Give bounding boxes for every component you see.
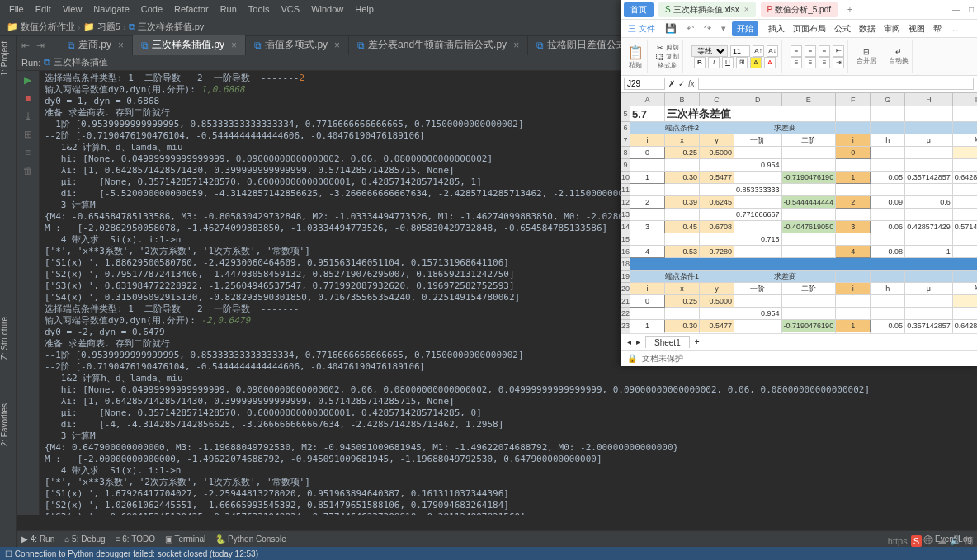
cut-icon[interactable]: ✂ [657,44,663,52]
accept-fx-icon[interactable]: ✓ [678,79,685,88]
favorites-tool[interactable]: 2: Favorites [0,398,9,451]
tray-ime-icon[interactable]: 中 [925,534,934,547]
bottom-tab[interactable]: ▶ 4: Run [21,534,54,544]
wps-menu-item[interactable]: 帮 [929,24,946,33]
merge-icon[interactable]: ⊟ [863,48,870,56]
bottom-tab[interactable]: 🐍 Python Console [215,534,286,544]
tray-icon[interactable]: 简 [965,534,974,547]
min-icon[interactable]: — [952,5,960,14]
wps-menu-item[interactable]: 插入 [764,24,789,33]
align-bc-icon[interactable]: ≡ [805,57,816,68]
border-icon[interactable]: ⊞ [736,57,748,68]
tray-icon[interactable]: S [911,535,922,547]
close-icon[interactable]: × [744,5,749,14]
wps-menu-item[interactable]: 页面布局 [789,24,830,33]
bottom-tab[interactable]: ≡ 6: TODO [116,534,155,544]
save-icon[interactable]: 💾 [661,23,681,34]
italic-icon[interactable]: I [708,57,720,68]
tray-icon[interactable]: 🔊 [950,535,961,546]
stop-icon[interactable]: ■ [25,92,31,104]
editor-tab[interactable]: ⧉三次样条插值.py× [133,35,246,55]
wps-menu-item[interactable]: … [946,24,962,33]
cell-ref-input[interactable] [624,78,665,90]
bottom-tab[interactable]: ▣ Terminal [165,534,205,544]
protect-icon[interactable]: 🔒 [627,354,637,363]
layout-icon[interactable]: ⊞ [24,129,32,140]
menu-navigate[interactable]: Navigate [87,4,135,14]
wps-menu-item[interactable]: 视图 [904,24,929,33]
indent-l-icon[interactable]: ⇤ [833,45,844,57]
bottom-tab[interactable]: ⌂ 5: Debug [64,534,105,544]
wps-menu-item[interactable]: 公式 [830,24,855,33]
tray-icon[interactable]: ☁ [937,535,946,546]
menu-help[interactable]: Help [349,4,380,14]
indent-r-icon[interactable]: ⇥ [833,57,844,68]
align-br-icon[interactable]: ≡ [819,57,830,68]
underline-icon[interactable]: U [722,57,734,68]
structure-tool[interactable]: Z: Structure [0,312,9,365]
trash-icon[interactable]: 🗑 [23,165,33,176]
wps-pdf-tab[interactable]: P 数值分析_5.pdf [761,2,838,17]
close-icon[interactable]: × [231,40,237,51]
fx-icon[interactable]: fx [688,79,695,88]
collapse-icon[interactable]: ⇤ [21,40,30,51]
font-size[interactable] [730,45,750,57]
menu-vcs[interactable]: VCS [276,4,306,14]
close-icon[interactable]: × [118,40,124,51]
wps-menu-item[interactable]: 审阅 [880,24,904,33]
menu-tools[interactable]: Tools [243,4,276,14]
align-tl-icon[interactable]: ≡ [791,45,802,57]
close-icon[interactable]: × [334,40,340,51]
sheet-nav-icon[interactable]: ▸ [636,337,640,346]
menu-file[interactable]: File [3,4,30,14]
wps-file-menu[interactable]: 三 文件 [624,23,659,35]
menu-run[interactable]: Run [215,4,243,14]
fill-icon[interactable]: A [750,57,762,68]
align-tc-icon[interactable]: ≡ [805,45,816,57]
bc-part-1[interactable]: 习题5 [97,21,120,33]
bc-part-0[interactable]: 数值分析作业 [21,21,75,33]
editor-tab[interactable]: ⧉插值多项式.py× [246,35,349,55]
bold-icon[interactable]: B [694,57,706,68]
wps-file-tab[interactable]: S 三次样插条值.xlsx× [658,2,756,17]
bc-part-2[interactable]: 三次样条插值.py [138,21,205,33]
add-tab-icon[interactable]: + [842,5,857,14]
more-icon[interactable]: ▾ [717,23,730,34]
bc-folder-icon: 📁 [7,21,18,32]
inc-font-icon[interactable]: A↑ [753,45,764,57]
close-icon[interactable]: × [513,40,519,51]
menu-window[interactable]: Window [305,4,349,14]
add-sheet-icon[interactable]: + [695,337,700,346]
font-select[interactable]: 等线 [691,45,728,57]
color-icon[interactable]: A [764,57,776,68]
editor-tab[interactable]: ⧉差分表and牛顿前插后插公式.py× [349,35,528,55]
expand-icon[interactable]: ⇥ [36,40,45,51]
redo-icon[interactable]: ↷ [700,23,715,34]
rerun-icon[interactable]: ▶ [24,74,31,86]
project-tool[interactable]: 1: Project [0,36,9,81]
formula-input[interactable] [698,78,974,90]
sheet-nav-icon[interactable]: ◂ [627,337,631,346]
wps-start-tab[interactable]: 开始 [732,21,758,36]
copy-icon[interactable]: ⿻ [656,53,663,61]
editor-tab[interactable]: ⧉差商.py× [59,35,133,55]
paste-icon[interactable]: 📋 [627,45,644,60]
wps-menu-item[interactable]: 数据 [855,24,880,33]
menu-code[interactable]: Code [135,4,168,14]
undo-icon[interactable]: ↶ [682,23,698,34]
wps-grid[interactable]: ABCDEFGHIJ55.7三次样条差值6端点条件2求差商7ixy一阶二阶ihμ… [621,92,977,333]
align-tr-icon[interactable]: ≡ [819,45,830,57]
align-bl-icon[interactable]: ≡ [791,57,802,68]
wrap-icon[interactable]: ↵ [895,48,902,56]
dec-font-icon[interactable]: A↓ [767,45,778,57]
menu-edit[interactable]: Edit [30,4,57,14]
cancel-fx-icon[interactable]: ✗ [668,79,675,88]
sheet-tab[interactable]: Sheet1 [645,336,690,348]
menu-refactor[interactable]: Refactor [168,4,215,14]
max-icon[interactable]: □ [969,5,974,14]
print-icon[interactable]: ≡ [25,147,31,158]
wps-home-tab[interactable]: 首页 [624,2,654,17]
py-icon: ⧉ [536,40,544,51]
down-icon[interactable]: ⤓ [24,111,32,122]
menu-view[interactable]: View [57,4,88,14]
